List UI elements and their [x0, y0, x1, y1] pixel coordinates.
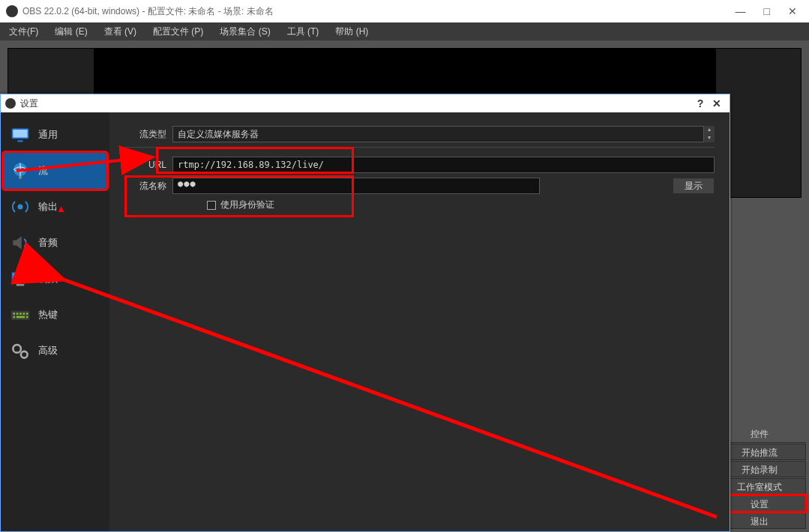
svg-point-19	[21, 351, 28, 358]
sidebar-label: 视频	[38, 272, 58, 285]
display-icon	[8, 268, 32, 289]
svg-rect-10	[13, 312, 15, 315]
sidebar-item-audio[interactable]: 音频	[4, 225, 106, 261]
sidebar-label: 输出	[38, 200, 58, 214]
stream-type-label: 流类型	[124, 128, 172, 141]
annotation-caret: ▴	[58, 202, 64, 214]
svg-rect-8	[16, 284, 25, 286]
svg-rect-16	[16, 316, 25, 318]
settings-content: 流类型 自定义流媒体服务器 ▲▼ URL 流名称 ●●● 显示 使用身份验证	[109, 112, 730, 531]
sidebar-item-advanced[interactable]: 高级	[4, 333, 106, 369]
sidebar-item-stream[interactable]: 流	[4, 153, 106, 189]
close-button[interactable]: ✕	[788, 5, 797, 17]
svg-rect-12	[19, 312, 22, 315]
select-spinner[interactable]: ▲▼	[704, 126, 715, 142]
annotation-arrow-long	[42, 262, 732, 532]
stream-type-select[interactable]: 自定义流媒体服务器	[172, 126, 704, 142]
sidebar-item-general[interactable]: 通用	[4, 117, 106, 153]
sidebar-label: 通用	[38, 128, 58, 142]
svg-rect-14	[26, 312, 28, 315]
globe-icon	[8, 160, 32, 181]
broadcast-icon	[8, 196, 32, 217]
sidebar-item-video[interactable]: 视频	[4, 261, 106, 297]
menu-file[interactable]: 文件(F)	[4, 24, 43, 40]
annotation-box-key	[124, 175, 354, 217]
keyboard-icon	[8, 304, 32, 325]
menu-edit[interactable]: 编辑 (E)	[50, 24, 91, 40]
settings-dialog: 设置 ? ✕ 通用 流 输出	[0, 94, 730, 532]
svg-rect-13	[23, 312, 25, 315]
svg-point-5	[18, 205, 23, 210]
sidebar-label: 高级	[38, 344, 58, 357]
svg-rect-17	[26, 316, 28, 318]
dialog-titlebar: 设置 ? ✕	[1, 94, 730, 112]
svg-rect-7	[13, 273, 27, 282]
sidebar-label: 流	[38, 164, 48, 178]
stream-type-value: 自定义流媒体服务器	[178, 128, 259, 141]
svg-rect-15	[13, 316, 15, 318]
annotation-box-url	[156, 147, 354, 174]
menu-view[interactable]: 查看 (V)	[100, 24, 141, 40]
svg-rect-2	[18, 140, 23, 142]
svg-rect-4	[19, 176, 22, 179]
svg-point-18	[13, 345, 21, 353]
obs-logo-icon	[5, 98, 16, 109]
main-titlebar: OBS 22.0.2 (64-bit, windows) - 配置文件: 未命名…	[0, 0, 809, 22]
help-button[interactable]: ?	[692, 97, 709, 109]
show-key-button[interactable]: 显示	[673, 178, 715, 194]
sidebar-item-output[interactable]: 输出	[4, 189, 106, 225]
menu-tools[interactable]: 工具 (T)	[283, 24, 324, 40]
minimize-button[interactable]: —	[736, 5, 746, 17]
svg-rect-1	[13, 130, 27, 138]
svg-rect-9	[11, 311, 30, 320]
sidebar-item-hotkeys[interactable]: 热键	[4, 297, 106, 333]
menu-profiles[interactable]: 配置文件 (P)	[148, 24, 208, 40]
dialog-close-button[interactable]: ✕	[709, 97, 725, 109]
sidebar-label: 音频	[38, 236, 58, 250]
speaker-icon	[8, 232, 32, 253]
sidebar-label: 热键	[38, 308, 58, 321]
monitor-icon	[8, 124, 32, 145]
settings-sidebar: 通用 流 输出 音频	[1, 112, 109, 531]
dialog-title: 设置	[20, 97, 692, 110]
gears-icon	[8, 340, 32, 361]
menu-help[interactable]: 帮助 (H)	[331, 24, 373, 40]
menubar: 文件(F) 编辑 (E) 查看 (V) 配置文件 (P) 场景集合 (S) 工具…	[0, 22, 809, 40]
menu-scenes[interactable]: 场景集合 (S)	[215, 24, 274, 40]
obs-logo-icon	[6, 5, 18, 17]
svg-line-21	[57, 277, 717, 517]
svg-rect-11	[16, 312, 19, 315]
main-title: OBS 22.0.2 (64-bit, windows) - 配置文件: 未命名…	[22, 5, 736, 18]
maximize-button[interactable]: □	[764, 5, 770, 17]
